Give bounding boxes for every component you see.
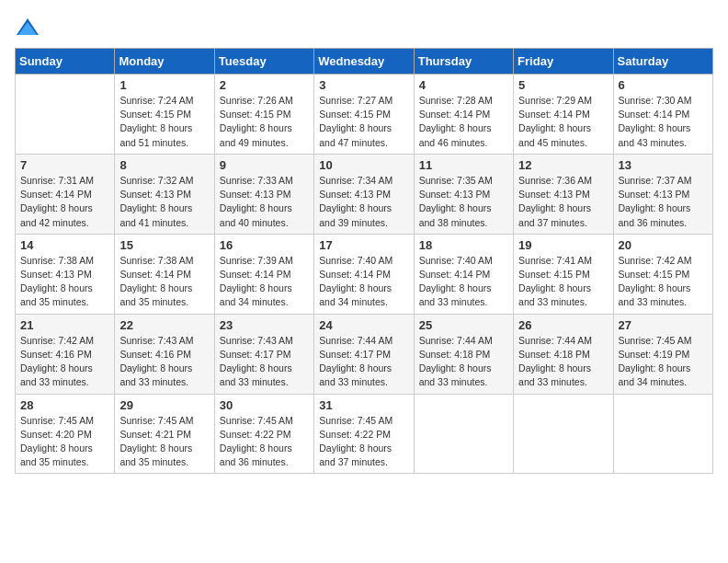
day-info: Sunrise: 7:42 AM Sunset: 4:15 PM Dayligh…	[619, 254, 708, 310]
calendar-cell: 7 Sunrise: 7:31 AM Sunset: 4:14 PM Dayli…	[16, 154, 115, 234]
day-info: Sunrise: 7:43 AM Sunset: 4:16 PM Dayligh…	[119, 334, 209, 390]
calendar-cell: 5 Sunrise: 7:29 AM Sunset: 4:14 PM Dayli…	[514, 75, 613, 155]
calendar-cell: 1 Sunrise: 7:24 AM Sunset: 4:15 PM Dayli…	[115, 75, 214, 155]
day-info: Sunrise: 7:36 AM Sunset: 4:13 PM Dayligh…	[518, 174, 608, 230]
calendar-cell: 17 Sunrise: 7:40 AM Sunset: 4:14 PM Dayl…	[314, 234, 414, 314]
day-number: 9	[220, 158, 309, 172]
day-number: 3	[319, 78, 408, 92]
calendar-cell: 21 Sunrise: 7:42 AM Sunset: 4:16 PM Dayl…	[16, 314, 115, 394]
logo	[15, 15, 44, 40]
calendar-table: SundayMondayTuesdayWednesdayThursdayFrid…	[15, 48, 713, 474]
calendar-cell: 18 Sunrise: 7:40 AM Sunset: 4:14 PM Dayl…	[414, 234, 513, 314]
page-header	[15, 15, 713, 40]
weekday-header: Thursday	[414, 49, 513, 75]
weekday-header: Sunday	[16, 49, 115, 75]
calendar-cell: 16 Sunrise: 7:39 AM Sunset: 4:14 PM Dayl…	[214, 234, 313, 314]
day-number: 27	[619, 318, 708, 332]
day-number: 18	[419, 238, 508, 252]
calendar-cell: 28 Sunrise: 7:45 AM Sunset: 4:20 PM Dayl…	[16, 394, 115, 474]
calendar-cell: 4 Sunrise: 7:28 AM Sunset: 4:14 PM Dayli…	[414, 75, 513, 155]
day-number: 31	[319, 398, 408, 412]
day-info: Sunrise: 7:38 AM Sunset: 4:13 PM Dayligh…	[20, 254, 109, 310]
day-number: 8	[119, 158, 209, 172]
calendar-cell: 24 Sunrise: 7:44 AM Sunset: 4:17 PM Dayl…	[314, 314, 414, 394]
calendar-cell: 8 Sunrise: 7:32 AM Sunset: 4:13 PM Dayli…	[115, 154, 214, 234]
weekday-header: Saturday	[613, 49, 712, 75]
day-info: Sunrise: 7:40 AM Sunset: 4:14 PM Dayligh…	[319, 254, 408, 310]
day-number: 11	[419, 158, 508, 172]
day-info: Sunrise: 7:39 AM Sunset: 4:14 PM Dayligh…	[220, 254, 309, 310]
weekday-header: Monday	[115, 49, 214, 75]
calendar-cell: 30 Sunrise: 7:45 AM Sunset: 4:22 PM Dayl…	[214, 394, 313, 474]
calendar-cell: 20 Sunrise: 7:42 AM Sunset: 4:15 PM Dayl…	[613, 234, 712, 314]
day-number: 25	[419, 318, 508, 332]
calendar-cell: 19 Sunrise: 7:41 AM Sunset: 4:15 PM Dayl…	[514, 234, 613, 314]
day-number: 2	[220, 78, 309, 92]
logo-icon	[15, 15, 40, 40]
calendar-cell: 3 Sunrise: 7:27 AM Sunset: 4:15 PM Dayli…	[314, 75, 414, 155]
day-number: 14	[20, 238, 109, 252]
day-info: Sunrise: 7:40 AM Sunset: 4:14 PM Dayligh…	[419, 254, 508, 310]
calendar-cell: 26 Sunrise: 7:44 AM Sunset: 4:18 PM Dayl…	[514, 314, 613, 394]
calendar-cell: 23 Sunrise: 7:43 AM Sunset: 4:17 PM Dayl…	[214, 314, 313, 394]
calendar-cell	[514, 394, 613, 474]
calendar-cell	[16, 75, 115, 155]
day-info: Sunrise: 7:41 AM Sunset: 4:15 PM Dayligh…	[518, 254, 608, 310]
day-info: Sunrise: 7:34 AM Sunset: 4:13 PM Dayligh…	[319, 174, 408, 230]
day-info: Sunrise: 7:44 AM Sunset: 4:18 PM Dayligh…	[419, 334, 508, 390]
weekday-header: Wednesday	[314, 49, 414, 75]
day-info: Sunrise: 7:42 AM Sunset: 4:16 PM Dayligh…	[20, 334, 109, 390]
day-number: 20	[619, 238, 708, 252]
day-info: Sunrise: 7:45 AM Sunset: 4:21 PM Dayligh…	[119, 414, 209, 470]
calendar-cell: 31 Sunrise: 7:45 AM Sunset: 4:22 PM Dayl…	[314, 394, 414, 474]
day-info: Sunrise: 7:45 AM Sunset: 4:19 PM Dayligh…	[619, 334, 708, 390]
calendar-cell: 12 Sunrise: 7:36 AM Sunset: 4:13 PM Dayl…	[514, 154, 613, 234]
day-info: Sunrise: 7:27 AM Sunset: 4:15 PM Dayligh…	[319, 94, 408, 150]
day-number: 7	[20, 158, 109, 172]
day-info: Sunrise: 7:28 AM Sunset: 4:14 PM Dayligh…	[419, 94, 508, 150]
calendar-cell: 14 Sunrise: 7:38 AM Sunset: 4:13 PM Dayl…	[16, 234, 115, 314]
calendar-cell: 27 Sunrise: 7:45 AM Sunset: 4:19 PM Dayl…	[613, 314, 712, 394]
day-number: 28	[20, 398, 109, 412]
calendar-cell: 25 Sunrise: 7:44 AM Sunset: 4:18 PM Dayl…	[414, 314, 513, 394]
day-info: Sunrise: 7:45 AM Sunset: 4:20 PM Dayligh…	[20, 414, 109, 470]
calendar-cell: 22 Sunrise: 7:43 AM Sunset: 4:16 PM Dayl…	[115, 314, 214, 394]
day-number: 30	[220, 398, 309, 412]
day-info: Sunrise: 7:44 AM Sunset: 4:18 PM Dayligh…	[518, 334, 608, 390]
day-number: 15	[119, 238, 209, 252]
day-number: 4	[419, 78, 508, 92]
day-number: 17	[319, 238, 408, 252]
calendar-cell: 2 Sunrise: 7:26 AM Sunset: 4:15 PM Dayli…	[214, 75, 313, 155]
day-number: 6	[619, 78, 708, 92]
day-number: 13	[619, 158, 708, 172]
day-info: Sunrise: 7:24 AM Sunset: 4:15 PM Dayligh…	[119, 94, 209, 150]
day-number: 10	[319, 158, 408, 172]
day-info: Sunrise: 7:44 AM Sunset: 4:17 PM Dayligh…	[319, 334, 408, 390]
day-info: Sunrise: 7:33 AM Sunset: 4:13 PM Dayligh…	[220, 174, 309, 230]
day-info: Sunrise: 7:26 AM Sunset: 4:15 PM Dayligh…	[220, 94, 309, 150]
weekday-header: Friday	[514, 49, 613, 75]
day-info: Sunrise: 7:30 AM Sunset: 4:14 PM Dayligh…	[619, 94, 708, 150]
day-info: Sunrise: 7:32 AM Sunset: 4:13 PM Dayligh…	[119, 174, 209, 230]
weekday-header: Tuesday	[214, 49, 313, 75]
day-number: 16	[220, 238, 309, 252]
day-number: 19	[518, 238, 608, 252]
day-info: Sunrise: 7:45 AM Sunset: 4:22 PM Dayligh…	[220, 414, 309, 470]
calendar-cell: 15 Sunrise: 7:38 AM Sunset: 4:14 PM Dayl…	[115, 234, 214, 314]
day-number: 23	[220, 318, 309, 332]
day-number: 1	[119, 78, 209, 92]
day-info: Sunrise: 7:45 AM Sunset: 4:22 PM Dayligh…	[319, 414, 408, 470]
calendar-cell: 9 Sunrise: 7:33 AM Sunset: 4:13 PM Dayli…	[214, 154, 313, 234]
day-info: Sunrise: 7:35 AM Sunset: 4:13 PM Dayligh…	[419, 174, 508, 230]
day-info: Sunrise: 7:37 AM Sunset: 4:13 PM Dayligh…	[619, 174, 708, 230]
day-number: 5	[518, 78, 608, 92]
calendar-header: SundayMondayTuesdayWednesdayThursdayFrid…	[16, 49, 713, 75]
day-info: Sunrise: 7:31 AM Sunset: 4:14 PM Dayligh…	[20, 174, 109, 230]
day-number: 26	[518, 318, 608, 332]
day-info: Sunrise: 7:29 AM Sunset: 4:14 PM Dayligh…	[518, 94, 608, 150]
day-number: 12	[518, 158, 608, 172]
day-info: Sunrise: 7:43 AM Sunset: 4:17 PM Dayligh…	[220, 334, 309, 390]
calendar-cell	[613, 394, 712, 474]
calendar-cell: 10 Sunrise: 7:34 AM Sunset: 4:13 PM Dayl…	[314, 154, 414, 234]
calendar-cell: 29 Sunrise: 7:45 AM Sunset: 4:21 PM Dayl…	[115, 394, 214, 474]
